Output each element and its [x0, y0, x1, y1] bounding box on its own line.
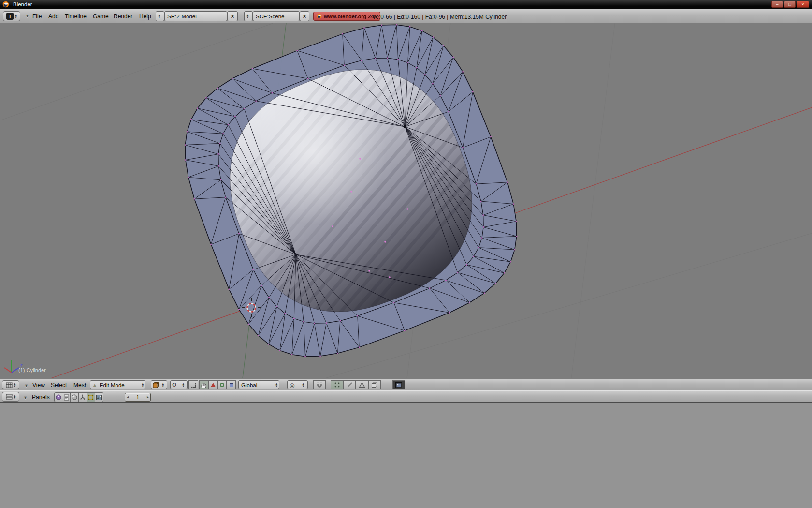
- menu-add[interactable]: Add: [48, 13, 58, 20]
- blender-window: Blender – □ × i ▴▾ ▼ File Add Timeline G…: [0, 0, 812, 508]
- menu-help[interactable]: Help: [139, 13, 151, 20]
- menu-select[interactable]: Select: [51, 382, 67, 388]
- collapse-menus-icon[interactable]: ▼: [24, 383, 29, 388]
- rotate-icon: [220, 383, 224, 387]
- edge-select-mode-button[interactable]: [343, 380, 356, 389]
- render-preview-button[interactable]: [392, 380, 405, 389]
- view3d-header: ▴▾ ▼ View Select Mesh ▲ Edit Mode ▴▾ ▴▾ …: [0, 379, 812, 390]
- info-header: i ▴▾ ▼ File Add Timeline Game Render Hel…: [0, 9, 812, 23]
- menu-timeline[interactable]: Timeline: [65, 13, 87, 20]
- collapse-menus-icon[interactable]: ▼: [23, 395, 28, 400]
- translate-icon: [211, 383, 216, 387]
- face-mode-icon: [359, 382, 365, 388]
- editing-icon: [88, 394, 94, 400]
- vertex-select-mode-button[interactable]: [331, 380, 343, 389]
- screen-browse-button[interactable]: ▴▾: [156, 11, 164, 21]
- scene-statistics: Ve:0-66 | Ed:0-160 | Fa:0-96 | Mem:13.15…: [372, 14, 507, 20]
- draw-type-dropdown[interactable]: ▴▾: [151, 380, 167, 389]
- browse-arrows-icon: ▴▾: [159, 14, 160, 18]
- buttons-window: ▼ Link and Materials ▴▾ ME:Cylinder.001 …: [0, 403, 812, 508]
- shading-context-button[interactable]: [71, 392, 79, 402]
- orientation-dropdown[interactable]: Global ▴▾: [238, 380, 279, 389]
- face-select-mode-button[interactable]: [356, 380, 368, 389]
- screen-delete-button[interactable]: ×: [227, 11, 238, 21]
- blender-org-label: www.blender.org 245: [324, 14, 377, 19]
- manipulator-rotate-button[interactable]: [218, 380, 227, 389]
- editor-switch-arrows-icon: ▴▾: [15, 14, 17, 18]
- manipulator-scale-button[interactable]: [227, 380, 236, 389]
- editor-switch-arrows-icon: ▴▾: [14, 383, 16, 387]
- editing-context-button[interactable]: [87, 392, 95, 402]
- scale-icon: [230, 383, 233, 387]
- axis-z-label: z: [20, 363, 23, 368]
- script-icon: [64, 394, 69, 401]
- pivot-point-dropdown[interactable]: ◎ ▴▾: [287, 380, 308, 389]
- occlude-cube-icon: [371, 382, 378, 388]
- logic-icon: [56, 394, 61, 400]
- manipulator-widget-button[interactable]: [188, 380, 198, 389]
- blender-org-badge[interactable]: www.blender.org 245: [313, 12, 380, 21]
- dropdown-arrows-icon: ▴▾: [142, 383, 144, 387]
- window-title: Blender: [13, 1, 32, 7]
- title-bar: Blender – □ ×: [0, 0, 812, 9]
- edge-mode-icon: [347, 382, 353, 388]
- pivot-icon: ◎: [290, 382, 294, 388]
- hand-icon: [201, 382, 207, 388]
- view3d-editor-icon: [6, 382, 13, 388]
- scene-name-field[interactable]: SCE:Scene: [253, 11, 300, 21]
- logic-context-button[interactable]: [54, 392, 62, 402]
- rotation-center-dropdown[interactable]: Ω ▴▾: [170, 380, 188, 389]
- rotation-center-icon: Ω: [172, 382, 176, 388]
- script-context-button[interactable]: [62, 392, 71, 402]
- manipulator-translate-button[interactable]: [208, 380, 218, 389]
- browse-arrows-icon: ▴▾: [247, 14, 249, 18]
- minimize-button[interactable]: –: [771, 1, 783, 8]
- editor-type-button[interactable]: ▴▾: [2, 380, 19, 389]
- menu-mesh[interactable]: Mesh: [73, 382, 87, 388]
- snap-toggle-button[interactable]: [313, 380, 326, 389]
- maximize-button[interactable]: □: [784, 1, 796, 8]
- draw-type-cube-icon: [153, 382, 159, 388]
- widget-icon: [191, 383, 196, 388]
- collapse-menus-icon[interactable]: ▼: [25, 14, 29, 18]
- scene-delete-button[interactable]: ×: [300, 11, 309, 21]
- menu-view[interactable]: View: [32, 382, 45, 388]
- occlude-geometry-button[interactable]: [368, 380, 381, 389]
- menu-game[interactable]: Game: [93, 13, 109, 20]
- editor-switch-arrows-icon: ▴▾: [14, 395, 16, 399]
- increment-arrow-icon: ▸: [147, 395, 149, 399]
- blender-badge-icon: [317, 14, 322, 19]
- edit-mode-icon: ▲: [92, 382, 97, 388]
- vertex-mode-icon: [334, 382, 340, 388]
- scene-context-button[interactable]: [95, 392, 103, 402]
- render-preview-icon: [395, 382, 402, 388]
- menu-file[interactable]: File: [32, 13, 42, 20]
- blender-logo-icon: [2, 1, 9, 8]
- close-button[interactable]: ×: [797, 1, 809, 8]
- frame-number-field[interactable]: ◂ 1 ▸: [125, 393, 151, 402]
- dropdown-arrows-icon: ▴▾: [162, 383, 164, 387]
- screen-name-field[interactable]: SR:2-Model: [164, 11, 227, 21]
- menu-render[interactable]: Render: [114, 13, 132, 20]
- buttons-header: ▴▾ ▼ Panels: [0, 390, 812, 403]
- buttons-editor-icon: [6, 394, 13, 400]
- panels-menu[interactable]: Panels: [32, 394, 50, 401]
- dropdown-arrows-icon: ▴▾: [276, 383, 277, 387]
- dropdown-arrows-icon: ▴▾: [302, 383, 304, 387]
- scene-icon: [96, 395, 102, 400]
- scene-browse-button[interactable]: ▴▾: [244, 11, 253, 21]
- magnet-icon: [317, 382, 322, 388]
- shading-sphere-icon: [72, 394, 77, 400]
- manipulator-toggle-button[interactable]: [199, 380, 208, 389]
- info-editor-icon: i: [6, 13, 14, 20]
- editor-type-button[interactable]: ▴▾: [2, 392, 19, 402]
- object-context-button[interactable]: [79, 392, 87, 402]
- viewport-canvas[interactable]: [0, 23, 812, 378]
- mode-dropdown[interactable]: ▲ Edit Mode ▴▾: [90, 380, 145, 389]
- object-icon: [80, 394, 86, 400]
- editor-type-button[interactable]: i ▴▾: [3, 11, 20, 21]
- dropdown-arrows-icon: ▴▾: [182, 383, 184, 387]
